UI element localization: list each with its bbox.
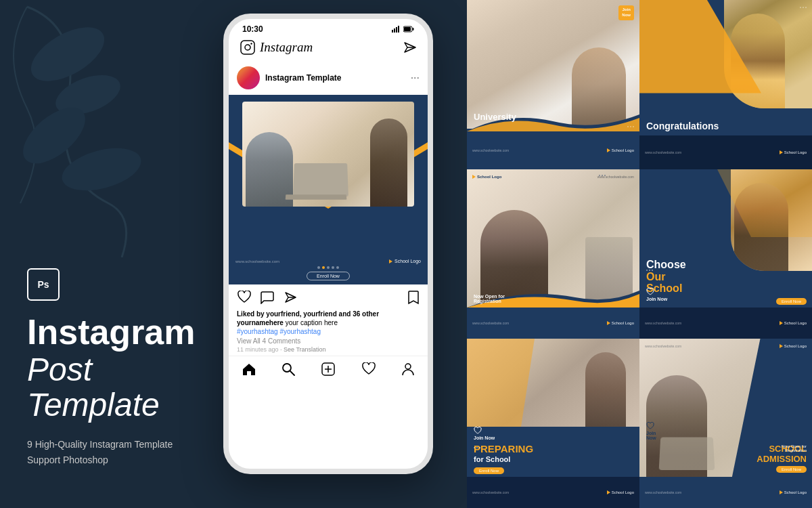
card5-shape (467, 339, 639, 427)
svg-rect-10 (404, 27, 411, 31)
camera-icon (240, 39, 256, 56)
status-icons (392, 26, 414, 33)
svg-rect-11 (241, 41, 254, 54)
description-line1: 9 High-Quality Instagram Template (27, 437, 230, 452)
card5-text: PREPARING for School (474, 444, 533, 464)
post-header: Instagram Template ··· (229, 61, 428, 95)
card5-enroll: Enroll Now (474, 467, 504, 474)
svg-marker-25 (717, 169, 812, 237)
post-options[interactable]: ··· (411, 72, 420, 84)
comment-icon[interactable] (260, 291, 275, 304)
view-comments[interactable]: View All 4 Comments (229, 337, 428, 345)
status-bar: 10:30 (229, 19, 428, 34)
left-section: Ps Instagram Post Template 9 High-Qualit… (0, 0, 257, 508)
bookmark-icon[interactable] (407, 290, 420, 305)
add-nav-icon[interactable] (321, 362, 336, 377)
card1-join-badge: JoinNow (618, 5, 634, 20)
card2-diagonal (639, 0, 812, 93)
likes-text: Liked by yourfriend, yourfriend and 36 o… (229, 310, 428, 319)
card3-now-open: Now Open for Registration (474, 294, 505, 303)
school-website-small: www.schoolwebsite.com (235, 259, 279, 263)
svg-point-12 (245, 45, 250, 50)
phone-mockup: 10:30 (223, 14, 440, 494)
svg-point-18 (283, 364, 291, 372)
post-image: www.schoolwebsite.com School Logo (229, 95, 428, 284)
phone-nav (229, 356, 428, 379)
svg-point-13 (250, 43, 252, 44)
svg-line-19 (290, 371, 294, 375)
svg-marker-26 (467, 339, 535, 427)
main-title: Instagram (27, 314, 230, 350)
caption-username: yournamehere (237, 319, 284, 326)
card6-logo-top: School Logo (780, 344, 807, 348)
grid-card-3: School Logo www.schoolwebsite.com Now Op… (467, 169, 639, 339)
post-template-footer: www.schoolwebsite.com School Logo (229, 253, 428, 284)
card3-logo-top: School Logo (472, 175, 501, 179)
instagram-header: Instagram (229, 34, 428, 61)
svg-marker-24 (639, 0, 761, 93)
card4-join: Join Now (646, 288, 667, 301)
card4-shape (717, 169, 812, 237)
main-subtitle: Post Template (27, 352, 230, 424)
send-icon (402, 40, 417, 55)
people-photo-area (242, 102, 414, 207)
template-grid: University www.schoolwebsite.com School … (467, 0, 812, 508)
like-icon[interactable] (237, 291, 252, 304)
search-nav-icon[interactable] (281, 362, 295, 376)
action-icons-left (237, 291, 407, 304)
card4-enroll: Enroll Now (776, 298, 807, 305)
card5-join: Join Now (474, 427, 495, 440)
hashtag2: #yourhashtag (279, 328, 321, 335)
likes-nav-icon[interactable] (361, 362, 376, 376)
svg-rect-6 (396, 27, 397, 33)
timestamp: 11 minutes ago · See Translation (229, 345, 428, 356)
svg-rect-5 (394, 28, 395, 33)
card1-university-text: University (474, 112, 516, 122)
grid-card-5: PREPARING for School Join Now En (467, 339, 639, 508)
phone-frame: 10:30 (223, 14, 433, 474)
grid-card-6: SCHOOL ADMISSION Now Open for Registrati… (639, 339, 812, 508)
description-line2: Support Photoshop (27, 452, 230, 467)
see-translation: See Translation (284, 346, 326, 353)
card6-now-open: Now Open for Registration (782, 444, 807, 452)
svg-point-23 (405, 364, 411, 369)
post-avatar (237, 66, 260, 89)
ig-logo: Instagram (240, 39, 313, 56)
grid-card-2: Congratulations www.schoolwebsite.com Sc… (639, 0, 812, 169)
school-logo-small: School Logo (389, 259, 421, 263)
post-username: Instagram Template (265, 73, 405, 83)
signal-icon (392, 26, 401, 33)
ps-badge: Ps (27, 268, 60, 301)
home-nav-icon[interactable] (242, 362, 256, 376)
caption-text: your caption here (286, 319, 338, 326)
card6-enroll: Enroll Now (776, 466, 807, 473)
card2-heading: Congratulations (646, 120, 719, 132)
caption: yournamehere your caption here (229, 319, 428, 328)
ig-app-name: Instagram (260, 40, 313, 55)
share-icon[interactable] (283, 291, 298, 304)
hashtag1: #yourhashtag (237, 328, 278, 335)
hashtags: #yourhashtag #yourhashtag (229, 328, 428, 337)
enroll-now-btn[interactable]: Enroll Now (307, 272, 350, 280)
svg-rect-7 (398, 26, 399, 33)
grid-card-4: Choose Our School Join Now (639, 169, 812, 339)
post-actions (229, 284, 428, 310)
battery-icon (403, 26, 414, 33)
phone-time: 10:30 (242, 24, 263, 34)
card6-join: JoinNow (646, 422, 656, 440)
svg-rect-4 (392, 30, 393, 33)
profile-nav-icon[interactable] (401, 362, 415, 377)
grid-card-1: University www.schoolwebsite.com School … (467, 0, 639, 169)
svg-rect-9 (413, 28, 414, 30)
